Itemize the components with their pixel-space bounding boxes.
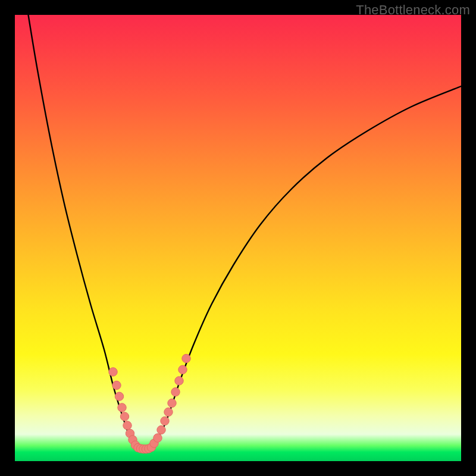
data-marker — [118, 403, 126, 412]
data-marker — [164, 408, 173, 416]
data-marker — [178, 365, 187, 374]
data-marker — [154, 434, 162, 442]
watermark-text: TheBottleneck.com — [356, 2, 470, 18]
data-marker — [157, 425, 165, 434]
data-marker — [115, 392, 123, 400]
bottleneck-curve — [29, 15, 462, 449]
chart-svg — [15, 15, 461, 461]
data-marker — [171, 388, 180, 396]
data-marker — [123, 421, 131, 430]
data-marker — [175, 377, 183, 385]
chart-frame — [15, 15, 461, 461]
data-marker — [112, 381, 121, 389]
data-marker — [109, 368, 117, 376]
data-marker — [161, 416, 169, 425]
data-marker — [168, 399, 176, 407]
data-marker — [182, 354, 190, 362]
curve-markers — [109, 354, 190, 453]
data-marker — [120, 412, 129, 421]
